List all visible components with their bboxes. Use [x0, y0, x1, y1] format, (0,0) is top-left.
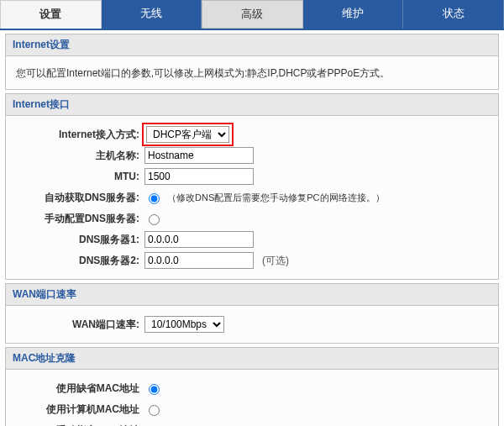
auto-dns-label: 自动获取DNS服务器:	[14, 191, 144, 205]
section-internet-port: Internet接口 Internet接入方式: DHCP客户端 主机名称: M…	[5, 93, 499, 280]
pc-mac-label: 使用计算机MAC地址	[14, 402, 144, 417]
dns2-input[interactable]	[144, 252, 254, 269]
dns1-input[interactable]	[144, 231, 254, 248]
auto-dns-note: （修改DNS配置后需要您手动修复PC的网络连接。）	[167, 192, 385, 203]
hostname-input[interactable]	[144, 147, 254, 164]
internet-settings-desc: 您可以配置Internet端口的参数,可以修改上网模式为:静态IP,DHCP或者…	[14, 63, 490, 82]
tab-advanced[interactable]: 高级	[202, 0, 303, 29]
access-mode-highlight: DHCP客户端	[144, 125, 231, 144]
tab-maintenance[interactable]: 维护	[303, 0, 404, 29]
tab-settings[interactable]: 设置	[0, 0, 102, 29]
wan-speed-select[interactable]: 10/100Mbps	[144, 316, 224, 333]
tab-wireless[interactable]: 无线	[102, 0, 202, 29]
manual-mac-label: 手动指定MAC地址	[14, 423, 144, 427]
manual-dns-label: 手动配置DNS服务器:	[14, 212, 144, 226]
section-title-mac-clone: MAC地址克隆	[5, 347, 499, 370]
section-wan-speed: WAN端口速率 WAN端口速率: 10/100Mbps	[5, 283, 499, 344]
section-mac-clone: MAC地址克隆 使用缺省MAC地址 使用计算机MAC地址 手动指定MAC地址	[5, 347, 499, 426]
dns2-optional: (可选)	[262, 254, 289, 268]
access-mode-label: Internet接入方式:	[14, 128, 144, 142]
tab-status[interactable]: 状态	[403, 0, 504, 29]
manual-dns-radio[interactable]	[149, 214, 160, 225]
section-title-internet-settings: Internet设置	[5, 34, 499, 56]
section-title-wan-speed: WAN端口速率	[5, 283, 499, 306]
mtu-input[interactable]	[144, 168, 254, 185]
dns2-label: DNS服务器2:	[14, 254, 144, 268]
top-tabs: 设置 无线 高级 维护 状态	[0, 0, 504, 30]
default-mac-label: 使用缺省MAC地址	[14, 381, 144, 396]
access-mode-select[interactable]: DHCP客户端	[146, 126, 229, 143]
mtu-label: MTU:	[14, 171, 144, 182]
section-title-internet-port: Internet接口	[5, 93, 499, 116]
wan-speed-label: WAN端口速率:	[14, 318, 144, 332]
auto-dns-radio[interactable]	[149, 193, 160, 204]
pc-mac-radio[interactable]	[149, 405, 160, 416]
section-internet-settings: Internet设置 您可以配置Internet端口的参数,可以修改上网模式为:…	[5, 34, 499, 90]
dns1-label: DNS服务器1:	[14, 233, 144, 247]
hostname-label: 主机名称:	[14, 149, 144, 163]
default-mac-radio[interactable]	[149, 384, 160, 395]
